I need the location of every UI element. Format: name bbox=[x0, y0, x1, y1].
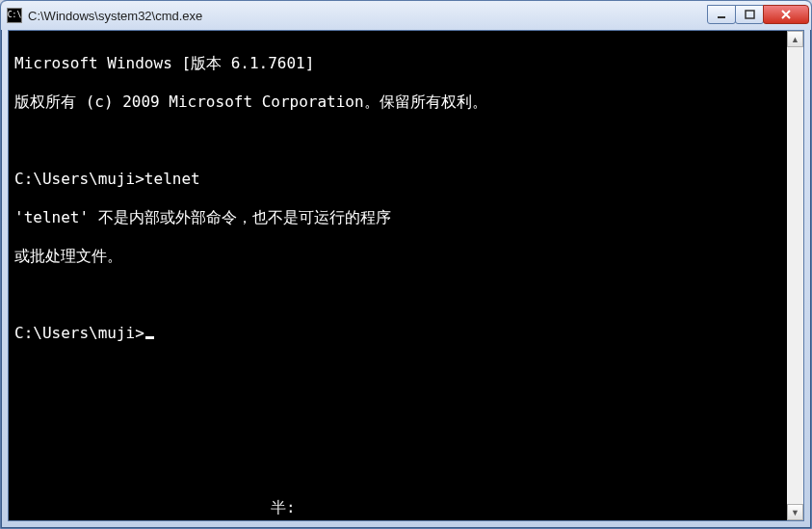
cmd-window: C:\ C:\Windows\system32\cmd.exe Microsof… bbox=[0, 0, 812, 529]
close-button[interactable] bbox=[763, 5, 809, 24]
svg-rect-1 bbox=[746, 11, 754, 18]
terminal-line bbox=[14, 131, 781, 150]
close-icon bbox=[780, 9, 792, 20]
terminal-client-area: Microsoft Windows [版本 6.1.7601] 版权所有 (c)… bbox=[8, 30, 804, 521]
terminal-output: Microsoft Windows [版本 6.1.7601] 版权所有 (c)… bbox=[14, 35, 781, 382]
svg-rect-0 bbox=[718, 16, 725, 18]
terminal-line: 'telnet' 不是内部或外部命令，也不是可运行的程序 bbox=[14, 208, 781, 227]
terminal-viewport[interactable]: Microsoft Windows [版本 6.1.7601] 版权所有 (c)… bbox=[9, 31, 787, 520]
window-controls bbox=[708, 6, 809, 25]
minimize-icon bbox=[717, 10, 727, 20]
cursor-icon bbox=[145, 336, 154, 339]
window-title: C:\Windows\system32\cmd.exe bbox=[28, 9, 708, 23]
maximize-button[interactable] bbox=[735, 5, 764, 24]
cmd-app-icon: C:\ bbox=[7, 8, 22, 23]
maximize-icon bbox=[745, 10, 755, 20]
vertical-scrollbar[interactable]: ▲ ▼ bbox=[787, 31, 803, 520]
scroll-up-button[interactable]: ▲ bbox=[787, 31, 803, 47]
chevron-down-icon: ▼ bbox=[791, 508, 799, 517]
chevron-up-icon: ▲ bbox=[791, 35, 799, 44]
terminal-line: Microsoft Windows [版本 6.1.7601] bbox=[14, 54, 781, 73]
terminal-prompt-line: C:\Users\muji> bbox=[14, 324, 781, 343]
terminal-prompt: C:\Users\muji> bbox=[14, 324, 144, 342]
terminal-line bbox=[14, 285, 781, 304]
scroll-down-button[interactable]: ▼ bbox=[787, 504, 803, 520]
terminal-line: 版权所有 (c) 2009 Microsoft Corporation。保留所有… bbox=[14, 93, 781, 112]
minimize-button[interactable] bbox=[707, 5, 736, 24]
scrollbar-track[interactable] bbox=[787, 47, 803, 504]
terminal-line: 或批处理文件。 bbox=[14, 247, 781, 266]
titlebar[interactable]: C:\ C:\Windows\system32\cmd.exe bbox=[1, 1, 811, 30]
terminal-line: C:\Users\muji>telnet bbox=[14, 170, 781, 189]
